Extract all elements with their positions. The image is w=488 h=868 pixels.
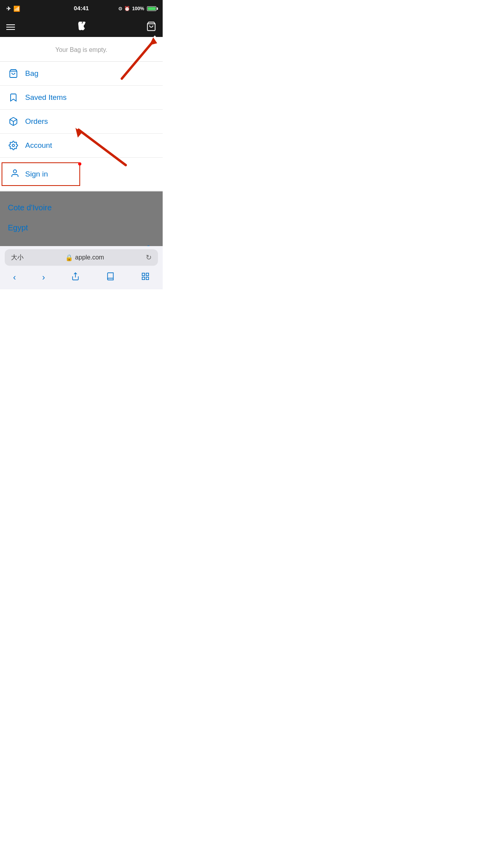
back-button[interactable]: ‹ (13, 272, 16, 283)
bottom-bar: 大小 🔒 apple.com ↻ ‹ › (0, 246, 163, 289)
book-icon-svg (106, 272, 115, 281)
battery-icon (147, 6, 156, 11)
bag-panel: Your Bag is empty. Bag Saved Items (0, 37, 163, 191)
country-item-cote-divoire[interactable]: Cote d'Ivoire (8, 198, 155, 218)
signin-icon (10, 169, 20, 180)
country-item-egypt[interactable]: Egypt (8, 218, 155, 238)
person-icon-svg (10, 169, 20, 178)
bag-icon-svg (9, 69, 18, 78)
wifi-icon: 📶 (13, 6, 20, 12)
box-icon-svg (9, 117, 18, 126)
bag-menu-icon (8, 69, 19, 78)
menu-item-bag[interactable]: Bag (0, 62, 163, 86)
reload-button[interactable]: ↻ (146, 253, 152, 262)
svg-rect-10 (142, 273, 144, 276)
tabs-icon-svg (141, 272, 150, 281)
forward-button[interactable]: › (42, 272, 45, 283)
orders-label: Orders (25, 117, 48, 126)
signin-button[interactable]: Sign in (2, 162, 80, 186)
saved-icon (8, 93, 19, 102)
status-left: ✈ 📶 (6, 6, 20, 12)
hamburger-line-2 (6, 27, 15, 28)
orders-icon (8, 117, 19, 126)
svg-point-7 (12, 144, 15, 147)
saved-items-label: Saved Items (25, 93, 67, 102)
hamburger-menu-button[interactable] (6, 24, 15, 30)
share-icon-svg (71, 272, 80, 281)
bookmark-icon-svg (9, 93, 18, 102)
share-button[interactable] (71, 272, 80, 283)
navbar (0, 17, 163, 37)
tabs-button[interactable] (141, 272, 150, 283)
svg-rect-12 (142, 277, 144, 280)
svg-rect-11 (146, 273, 148, 276)
font-size-label: 大小 (11, 254, 24, 262)
nav-bar-bottom: ‹ › (0, 269, 163, 289)
lock-icon: 🔒 (65, 254, 73, 261)
battery-fill (148, 7, 156, 10)
account-icon (8, 141, 19, 150)
menu-item-orders[interactable]: Orders (0, 110, 163, 134)
url-domain: 🔒 apple.com (65, 254, 104, 261)
bag-empty-text: Your Bag is empty. (0, 37, 163, 62)
status-bar: ✈ 📶 04:41 ⊙ ⏰ 100% (0, 0, 163, 17)
account-label: Account (25, 141, 52, 150)
status-right: ⊙ ⏰ 100% (118, 6, 156, 11)
bag-menu-label: Bag (25, 69, 39, 78)
signin-section: Sign in (0, 158, 163, 191)
airplane-icon: ✈ (6, 6, 11, 12)
bookmarks-button[interactable] (106, 272, 115, 283)
svg-point-8 (13, 170, 17, 173)
svg-rect-13 (146, 277, 148, 280)
dropdown-arrow (151, 35, 159, 40)
url-bar[interactable]: 大小 🔒 apple.com ↻ (5, 249, 158, 266)
bag-button[interactable] (146, 21, 156, 33)
bag-icon (146, 21, 156, 31)
apple-logo (77, 22, 86, 33)
lock-status-icon: ⊙ (118, 6, 122, 11)
apple-logo-svg (77, 22, 86, 30)
menu-item-saved[interactable]: Saved Items (0, 86, 163, 110)
hamburger-line-1 (6, 24, 15, 25)
battery-percent: 100% (132, 6, 144, 11)
status-time: 04:41 (74, 5, 89, 11)
alarm-icon: ⏰ (124, 6, 130, 11)
hamburger-line-3 (6, 29, 15, 30)
menu-item-account[interactable]: Account (0, 134, 163, 158)
signin-label: Sign in (25, 170, 48, 178)
gear-icon-svg (9, 141, 18, 150)
red-dot (78, 162, 81, 166)
